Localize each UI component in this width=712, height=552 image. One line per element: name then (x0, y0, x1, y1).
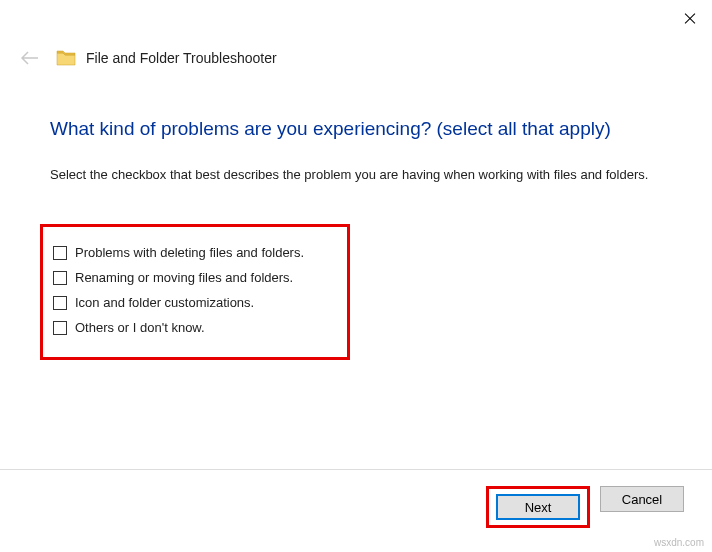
option-row: Icon and folder customizations. (53, 295, 337, 310)
cancel-button[interactable]: Cancel (600, 486, 684, 512)
checkbox-icon-customizations[interactable] (53, 296, 67, 310)
titlebar (0, 0, 712, 30)
next-highlight: Next (486, 486, 590, 528)
content-area: What kind of problems are you experienci… (0, 78, 712, 360)
back-button[interactable] (20, 48, 40, 68)
close-icon[interactable] (682, 10, 698, 26)
checkbox-group: Problems with deleting files and folders… (40, 224, 350, 360)
folder-icon (56, 49, 76, 67)
next-button[interactable]: Next (496, 494, 580, 520)
header: File and Folder Troubleshooter (0, 30, 712, 78)
checkbox-label: Problems with deleting files and folders… (75, 245, 304, 260)
header-title: File and Folder Troubleshooter (86, 50, 277, 66)
checkbox-label: Icon and folder customizations. (75, 295, 254, 310)
checkbox-label: Others or I don't know. (75, 320, 205, 335)
option-row: Problems with deleting files and folders… (53, 245, 337, 260)
option-row: Renaming or moving files and folders. (53, 270, 337, 285)
watermark: wsxdn.com (654, 537, 704, 548)
instruction-text: Select the checkbox that best describes … (50, 166, 662, 184)
checkbox-rename-move[interactable] (53, 271, 67, 285)
page-heading: What kind of problems are you experienci… (50, 118, 662, 140)
footer: Next Cancel (0, 469, 712, 528)
checkbox-label: Renaming or moving files and folders. (75, 270, 293, 285)
checkbox-delete-problems[interactable] (53, 246, 67, 260)
checkbox-others[interactable] (53, 321, 67, 335)
option-row: Others or I don't know. (53, 320, 337, 335)
